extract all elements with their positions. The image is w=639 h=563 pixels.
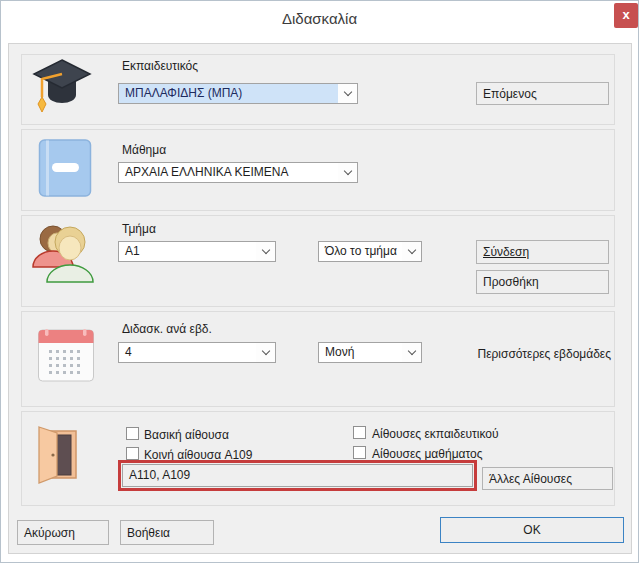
- connect-button[interactable]: Σύνδεση: [476, 240, 609, 264]
- class-scope-value: Όλο το τμήμα: [319, 242, 402, 261]
- class-scope-combobox[interactable]: Όλο το τμήμα: [318, 241, 422, 262]
- checkbox-shared-room[interactable]: [126, 447, 139, 460]
- next-button[interactable]: Επόμενος: [476, 82, 609, 105]
- rooms-field[interactable]: A110, A109: [122, 464, 473, 487]
- class-combobox-value: A1: [119, 242, 256, 261]
- more-weeks-link[interactable]: Περισσότερες εβδομάδες: [421, 347, 611, 361]
- weekly-count-combobox[interactable]: 4: [118, 342, 276, 363]
- chevron-down-icon[interactable]: [338, 84, 357, 103]
- students-icon: [29, 222, 95, 284]
- subject-combobox[interactable]: ΑΡΧΑΙΑ ΕΛΛΗΝΙΚΑ ΚΕΙΜΕΝΑ: [118, 162, 358, 183]
- teacher-combobox-value: ΜΠΑΛΑΦΙΔΗΣ (ΜΠΑ): [119, 84, 338, 103]
- close-icon: x: [622, 7, 629, 22]
- subject-combobox-value: ΑΡΧΑΙΑ ΕΛΛΗΝΙΚΑ ΚΕΙΜΕΝΑ: [119, 163, 338, 182]
- class-label: Τμήμα: [122, 222, 156, 236]
- door-icon: [37, 424, 79, 484]
- red-highlight-annotation: A110, A109: [118, 460, 477, 491]
- chevron-down-icon[interactable]: [256, 343, 275, 362]
- ok-button[interactable]: OK: [440, 517, 624, 543]
- teaching-dialog: Διδασκαλία x Εκπαιδευτικός ΜΠΑΛΑΦΙΔΗΣ (Μ…: [0, 0, 639, 563]
- checkbox-basic-room-label[interactable]: Βασική αίθουσα: [144, 428, 229, 442]
- chevron-down-icon[interactable]: [338, 163, 357, 182]
- book-icon: [38, 138, 92, 198]
- subject-label: Μάθημα: [122, 143, 166, 157]
- checkbox-teacher-rooms[interactable]: [353, 426, 366, 439]
- checkbox-teacher-rooms-label[interactable]: Αίθουσες εκπαιδευτικού: [372, 427, 499, 441]
- class-combobox[interactable]: A1: [118, 241, 276, 262]
- cancel-button[interactable]: Ακύρωση: [17, 520, 109, 545]
- chevron-down-icon[interactable]: [402, 343, 421, 362]
- close-button[interactable]: x: [614, 3, 638, 28]
- help-button[interactable]: Βοήθεια: [120, 520, 214, 545]
- checkbox-subject-rooms-label[interactable]: Αίθουσες μαθήματος: [372, 447, 483, 461]
- add-button[interactable]: Προσθήκη: [476, 270, 609, 294]
- graduation-cap-icon: [31, 57, 93, 117]
- calendar-icon: [37, 328, 95, 384]
- chevron-down-icon[interactable]: [256, 242, 275, 261]
- teacher-label: Εκπαιδευτικός: [122, 59, 198, 73]
- checkbox-basic-room[interactable]: [126, 427, 139, 440]
- weekly-count-value: 4: [119, 343, 256, 362]
- window-title: Διδασκαλία: [1, 10, 638, 27]
- weekly-label: Διδασκ. ανά εβδ.: [122, 322, 212, 336]
- week-parity-combobox[interactable]: Μονή: [318, 342, 422, 363]
- chevron-down-icon[interactable]: [402, 242, 421, 261]
- checkbox-subject-rooms[interactable]: [353, 446, 366, 459]
- week-parity-value: Μονή: [319, 343, 402, 362]
- other-rooms-button[interactable]: Άλλες Αίθουσες: [482, 467, 613, 490]
- section-rooms: [21, 411, 615, 506]
- teacher-combobox[interactable]: ΜΠΑΛΑΦΙΔΗΣ (ΜΠΑ): [118, 83, 358, 104]
